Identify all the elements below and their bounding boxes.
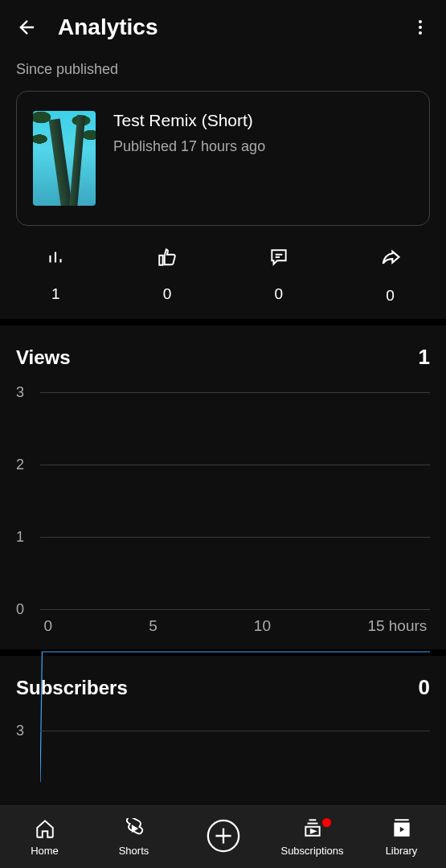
stat-comments-value: 0 [275, 285, 284, 303]
home-icon [35, 818, 55, 841]
stats-row: 1 0 0 0 [0, 226, 446, 319]
thumbs-up-icon [157, 247, 178, 271]
y-tick: 2 [16, 456, 24, 473]
views-chart: 3 2 1 0 0 5 10 15 hours [16, 392, 430, 641]
x-tick: 0 [43, 617, 52, 635]
stat-likes-value: 0 [163, 285, 172, 303]
shorts-icon [124, 818, 145, 841]
plus-circle-icon [205, 817, 242, 858]
time-range-label: Since published [0, 55, 446, 91]
x-tick: 15 hours [367, 617, 427, 635]
y-tick: 1 [16, 528, 24, 545]
notification-badge [322, 818, 331, 827]
more-options-button[interactable] [411, 18, 430, 37]
x-tick: 5 [149, 617, 158, 635]
app-header: Analytics [0, 0, 446, 55]
y-tick: 3 [16, 723, 24, 739]
nav-shorts[interactable]: Shorts [89, 818, 178, 857]
views-section-value: 1 [419, 345, 430, 370]
stat-views[interactable]: 1 [0, 247, 112, 305]
bottom-navigation: Home Shorts Subscriptions [0, 805, 446, 868]
y-tick: 0 [16, 601, 24, 618]
nav-library-label: Library [386, 845, 418, 857]
video-card[interactable]: Test Remix (Short) Published 17 hours ag… [16, 91, 430, 226]
nav-create-button[interactable] [178, 817, 268, 858]
x-tick: 10 [254, 617, 271, 635]
svg-point-1 [419, 26, 422, 29]
stat-comments[interactable]: 0 [223, 247, 335, 305]
nav-subscriptions[interactable]: Subscriptions [268, 818, 357, 857]
views-section-title: Views [16, 346, 71, 369]
y-tick: 3 [16, 384, 24, 401]
library-icon [391, 818, 412, 841]
share-icon [379, 247, 402, 272]
nav-home-label: Home [31, 845, 59, 857]
stat-shares-value: 0 [386, 287, 395, 305]
nav-subscriptions-label: Subscriptions [280, 845, 343, 857]
subscriptions-icon [302, 818, 323, 841]
video-thumbnail [33, 111, 96, 206]
nav-library[interactable]: Library [357, 818, 446, 857]
video-published-time: Published 17 hours ago [113, 138, 265, 155]
comment-icon [268, 247, 289, 271]
stat-shares[interactable]: 0 [334, 247, 446, 305]
stat-likes[interactable]: 0 [112, 247, 223, 305]
analytics-icon [45, 247, 66, 271]
views-section: Views 1 3 2 1 0 0 5 10 15 hours [0, 326, 446, 649]
page-title: Analytics [58, 14, 391, 40]
video-info: Test Remix (Short) Published 17 hours ag… [113, 111, 265, 206]
stat-views-value: 1 [51, 285, 60, 303]
nav-home[interactable]: Home [0, 818, 89, 857]
svg-point-2 [419, 31, 422, 35]
section-divider [0, 319, 446, 326]
back-button[interactable] [16, 16, 39, 39]
svg-point-0 [419, 20, 422, 23]
video-title: Test Remix (Short) [113, 111, 265, 130]
nav-shorts-label: Shorts [119, 845, 149, 857]
